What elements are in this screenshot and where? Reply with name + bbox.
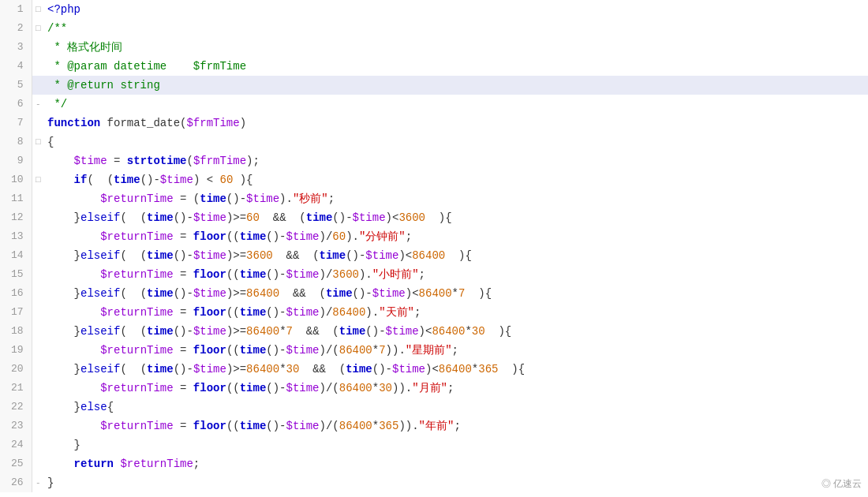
line-number: 9 — [0, 151, 32, 170]
line-number: 13 — [0, 227, 32, 246]
code-line-content: /** — [44, 19, 868, 38]
fold-icon — [32, 208, 44, 227]
line-number: 18 — [0, 322, 32, 341]
line-number: 26 — [0, 473, 32, 492]
line-row: 3 * 格式化时间 — [0, 38, 868, 57]
line-row: 23 $returnTime = floor((time()-$time)/(8… — [0, 417, 868, 435]
fold-icon — [32, 398, 44, 417]
line-row: 10□ if( (time()-$time) < 60 ){ — [0, 170, 868, 189]
code-line-content: }else{ — [44, 398, 868, 417]
code-line-content: * @param datetime $frmTime — [44, 57, 868, 76]
code-line-content: }elseif( (time()-$time)>=86400 && (time(… — [44, 284, 868, 303]
line-row: 12 }elseif( (time()-$time)>=60 && (time(… — [0, 208, 868, 227]
code-line-content: }elseif( (time()-$time)>=86400*30 && (ti… — [44, 360, 868, 379]
fold-icon[interactable]: □ — [32, 133, 44, 151]
line-row: 14 }elseif( (time()-$time)>=3600 && (tim… — [0, 246, 868, 265]
code-line-content: * @return string — [44, 76, 868, 95]
code-line-content: $time = strtotime($frmTime); — [44, 151, 868, 170]
line-number: 1 — [0, 0, 32, 19]
line-number: 19 — [0, 341, 32, 360]
line-number: 21 — [0, 379, 32, 398]
fold-icon[interactable]: □ — [32, 19, 44, 38]
line-row: 26-} — [0, 473, 868, 492]
fold-icon[interactable]: □ — [32, 170, 44, 189]
code-line-content: */ — [44, 95, 868, 114]
line-number: 10 — [0, 170, 32, 189]
fold-icon — [32, 246, 44, 265]
fold-icon — [32, 189, 44, 208]
line-number: 15 — [0, 265, 32, 284]
line-number: 11 — [0, 189, 32, 208]
line-number: 6 — [0, 95, 32, 114]
line-row: 9 $time = strtotime($frmTime); — [0, 151, 868, 170]
line-row: 2□/** — [0, 19, 868, 38]
line-row: 24 } — [0, 435, 868, 454]
line-number: 8 — [0, 133, 32, 151]
fold-icon — [32, 151, 44, 170]
code-line-content: $returnTime = (time()-$time)."秒前"; — [44, 189, 868, 208]
code-line-content: return $returnTime; — [44, 454, 868, 473]
line-number: 3 — [0, 38, 32, 57]
line-row: 15 $returnTime = floor((time()-$time)/36… — [0, 265, 868, 284]
code-line-content: $returnTime = floor((time()-$time)/(8640… — [44, 379, 868, 398]
line-number: 14 — [0, 246, 32, 265]
fold-icon — [32, 114, 44, 133]
fold-icon — [32, 265, 44, 284]
line-row: 25 return $returnTime; — [0, 454, 868, 473]
line-row: 22 }else{ — [0, 398, 868, 417]
fold-icon — [32, 57, 44, 76]
fold-icon — [32, 284, 44, 303]
line-number: 4 — [0, 57, 32, 76]
code-line-content: }elseif( (time()-$time)>=3600 && (time()… — [44, 246, 868, 265]
line-row: 18 }elseif( (time()-$time)>=86400*7 && (… — [0, 322, 868, 341]
line-number: 5 — [0, 76, 32, 95]
line-number: 17 — [0, 303, 32, 322]
fold-icon — [32, 379, 44, 398]
fold-icon — [32, 227, 44, 246]
fold-icon — [32, 360, 44, 379]
code-line-content: }elseif( (time()-$time)>=86400*7 && (tim… — [44, 322, 868, 341]
line-row: 17 $returnTime = floor((time()-$time)/86… — [0, 303, 868, 322]
line-number: 20 — [0, 360, 32, 379]
fold-icon[interactable]: □ — [32, 0, 44, 19]
line-number: 23 — [0, 417, 32, 435]
code-line-content: } — [44, 473, 868, 492]
code-line-content: }elseif( (time()-$time)>=60 && (time()-$… — [44, 208, 868, 227]
code-line-content: * 格式化时间 — [44, 38, 868, 57]
line-row: 13 $returnTime = floor((time()-$time)/60… — [0, 227, 868, 246]
fold-icon — [32, 38, 44, 57]
code-line-content: if( (time()-$time) < 60 ){ — [44, 170, 868, 189]
code-line-content: function format_date($frmTime) — [44, 114, 868, 133]
line-row: 16 }elseif( (time()-$time)>=86400 && (ti… — [0, 284, 868, 303]
fold-icon — [32, 417, 44, 435]
line-number: 2 — [0, 19, 32, 38]
line-row: 4 * @param datetime $frmTime — [0, 57, 868, 76]
code-line-content: $returnTime = floor((time()-$time)/60)."… — [44, 227, 868, 246]
code-table: 1□<?php2□/**3 * 格式化时间4 * @param datetime… — [0, 0, 868, 492]
line-row: 20 }elseif( (time()-$time)>=86400*30 && … — [0, 360, 868, 379]
line-row: 6- */ — [0, 95, 868, 114]
fold-icon — [32, 76, 44, 95]
code-line-content: $returnTime = floor((time()-$time)/(8640… — [44, 341, 868, 360]
line-number: 24 — [0, 435, 32, 454]
line-number: 12 — [0, 208, 32, 227]
watermark: ◎ 亿速云 — [821, 477, 862, 491]
fold-icon[interactable]: - — [32, 95, 44, 114]
line-number: 7 — [0, 114, 32, 133]
fold-icon — [32, 322, 44, 341]
code-editor: 1□<?php2□/**3 * 格式化时间4 * @param datetime… — [0, 0, 868, 497]
code-line-content: $returnTime = floor((time()-$time)/(8640… — [44, 417, 868, 435]
fold-icon — [32, 341, 44, 360]
code-line-content: { — [44, 133, 868, 151]
line-number: 16 — [0, 284, 32, 303]
code-line-content: } — [44, 435, 868, 454]
line-row: 21 $returnTime = floor((time()-$time)/(8… — [0, 379, 868, 398]
line-number: 25 — [0, 454, 32, 473]
line-row: 7function format_date($frmTime) — [0, 114, 868, 133]
fold-icon — [32, 303, 44, 322]
line-row: 19 $returnTime = floor((time()-$time)/(8… — [0, 341, 868, 360]
fold-icon — [32, 454, 44, 473]
code-line-content: <?php — [44, 0, 868, 19]
code-line-content: $returnTime = floor((time()-$time)/86400… — [44, 303, 868, 322]
fold-icon[interactable]: - — [32, 473, 44, 492]
